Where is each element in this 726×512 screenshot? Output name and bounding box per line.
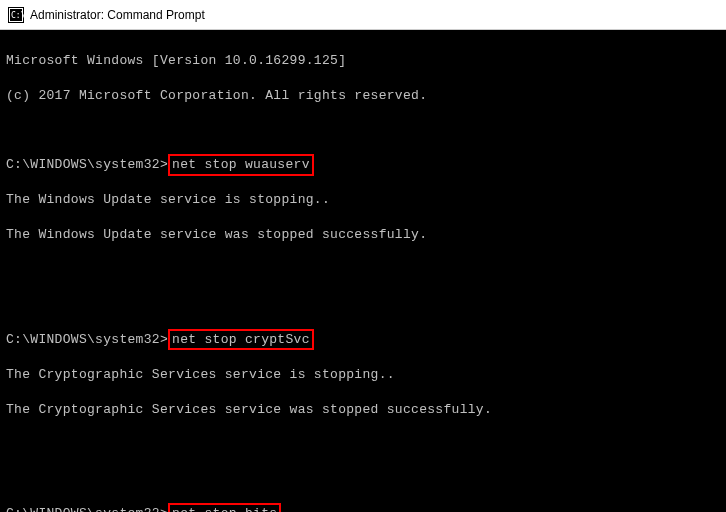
- blank-line: [6, 470, 720, 487]
- highlighted-command: net stop wuauserv: [168, 154, 314, 176]
- header-line: (c) 2017 Microsoft Corporation. All righ…: [6, 87, 720, 105]
- command-line: C:\WINDOWS\system32>net stop wuauserv: [6, 156, 720, 174]
- blank-line: [6, 296, 720, 313]
- command-line: C:\WINDOWS\system32>net stop bits: [6, 505, 720, 512]
- blank-line: [6, 262, 720, 279]
- output-line: The Windows Update service is stopping..: [6, 191, 720, 209]
- window-titlebar: C:\ Administrator: Command Prompt: [0, 0, 726, 30]
- highlighted-command: net stop cryptSvc: [168, 329, 314, 351]
- command-line: C:\WINDOWS\system32>net stop cryptSvc: [6, 331, 720, 349]
- header-line: Microsoft Windows [Version 10.0.16299.12…: [6, 52, 720, 70]
- output-line: The Cryptographic Services service is st…: [6, 366, 720, 384]
- prompt: C:\WINDOWS\system32>: [6, 157, 168, 172]
- highlighted-command: net stop bits: [168, 503, 281, 512]
- blank-line: [6, 122, 720, 139]
- svg-text:C:\: C:\: [11, 11, 24, 20]
- window-title: Administrator: Command Prompt: [30, 8, 205, 22]
- prompt: C:\WINDOWS\system32>: [6, 332, 168, 347]
- output-line: The Cryptographic Services service was s…: [6, 401, 720, 419]
- prompt: C:\WINDOWS\system32>: [6, 506, 168, 512]
- output-line: The Windows Update service was stopped s…: [6, 226, 720, 244]
- blank-line: [6, 436, 720, 453]
- terminal-output[interactable]: Microsoft Windows [Version 10.0.16299.12…: [0, 30, 726, 512]
- cmd-icon: C:\: [8, 7, 24, 23]
